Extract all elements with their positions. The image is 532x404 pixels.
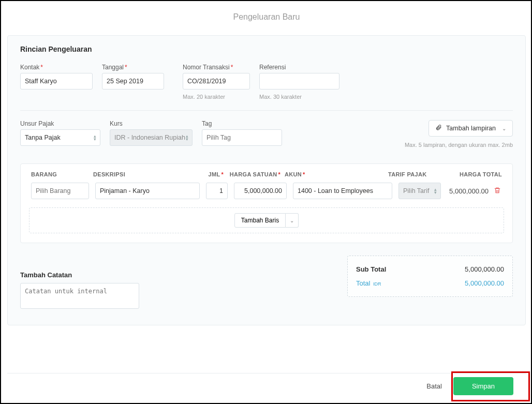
unsur-select[interactable] bbox=[20, 129, 100, 146]
total-label: Total IDR bbox=[356, 279, 381, 287]
add-row-button[interactable]: Tambah Baris bbox=[234, 213, 286, 228]
col-jml: JML* bbox=[200, 171, 226, 177]
field-tag: Tag bbox=[202, 120, 282, 146]
subtotal-value: 5,000,000.00 bbox=[465, 265, 504, 273]
add-row-area: Tambah Baris ⌄ bbox=[29, 207, 504, 233]
col-total: HARGA TOTAL bbox=[433, 171, 504, 177]
hint-nomor: Max. 20 karakter bbox=[183, 94, 250, 100]
tanggal-input[interactable] bbox=[102, 73, 164, 89]
col-tarif: TARIF PAJAK bbox=[386, 171, 433, 177]
chevron-down-icon: ⌄ bbox=[502, 126, 506, 131]
field-kontak: Kontak* bbox=[20, 64, 93, 89]
col-deskripsi: DESKRIPSI bbox=[91, 171, 200, 177]
label-tanggal: Tanggal* bbox=[102, 64, 164, 71]
kurs-select bbox=[110, 129, 193, 146]
jml-input[interactable] bbox=[206, 183, 228, 199]
label-nomor: Nomor Transaksi* bbox=[183, 64, 250, 71]
page-title: Pengeluaran Baru bbox=[7, 1, 526, 35]
deskripsi-input[interactable] bbox=[95, 183, 200, 199]
cancel-button[interactable]: Batal bbox=[426, 382, 442, 390]
required-marker: * bbox=[125, 64, 127, 71]
save-button[interactable]: Simpan bbox=[453, 377, 513, 395]
line-items-table: BARANG DESKRIPSI JML* HARGA SATUAN* AKUN… bbox=[20, 163, 513, 243]
field-kurs: Kurs ▴▾ bbox=[110, 120, 193, 146]
tag-input[interactable] bbox=[202, 129, 282, 146]
total-value: 5,000,000.00 bbox=[465, 279, 504, 287]
required-marker: * bbox=[231, 64, 233, 71]
add-row-dropdown-button[interactable]: ⌄ bbox=[286, 213, 299, 228]
trash-icon[interactable] bbox=[493, 187, 502, 196]
col-harga: HARGA SATUAN* bbox=[226, 171, 283, 177]
field-tanggal: Tanggal* bbox=[102, 64, 164, 89]
label-kontak: Kontak* bbox=[20, 64, 93, 71]
notes-title: Tambah Catatan bbox=[20, 271, 139, 279]
field-unsur: Unsur Pajak ▴▾ bbox=[20, 120, 100, 146]
totals-box: Sub Total 5,000,000.00 Total IDR 5,000,0… bbox=[347, 256, 513, 297]
table-row: ▴▾ 5,000,000.00 bbox=[29, 183, 504, 199]
referensi-input[interactable] bbox=[259, 73, 339, 89]
nomor-input[interactable] bbox=[183, 73, 250, 89]
hint-attachments: Max. 5 lampiran, dengan ukuran max. 2mb bbox=[405, 142, 513, 148]
required-marker: * bbox=[40, 64, 43, 71]
label-tag: Tag bbox=[202, 120, 282, 127]
kontak-input[interactable] bbox=[20, 73, 93, 89]
subtotal-label: Sub Total bbox=[356, 265, 386, 273]
field-nomor: Nomor Transaksi* Max. 20 karakter bbox=[183, 64, 250, 100]
hint-ref: Max. 30 karakter bbox=[259, 94, 339, 100]
section-title-rincian: Rincian Pengeluaran bbox=[20, 45, 513, 53]
attachment-button-label: Tambah lampiran bbox=[446, 125, 496, 132]
add-attachment-button[interactable]: Tambah lampiran ⌄ bbox=[428, 120, 513, 137]
footer-bar: Batal Simpan bbox=[7, 373, 526, 399]
label-referensi: Referensi bbox=[259, 64, 339, 71]
details-card: Rincian Pengeluaran Kontak* Tanggal* Nom… bbox=[7, 35, 526, 325]
paperclip-icon bbox=[435, 124, 442, 132]
col-akun: AKUN* bbox=[283, 171, 386, 177]
tarif-select bbox=[398, 183, 441, 199]
akun-input[interactable] bbox=[293, 183, 392, 199]
label-unsur: Unsur Pajak bbox=[20, 120, 100, 127]
barang-input[interactable] bbox=[31, 183, 89, 199]
label-kurs: Kurs bbox=[110, 120, 193, 127]
notes-textarea[interactable] bbox=[20, 283, 139, 309]
harga-input[interactable] bbox=[234, 183, 287, 199]
chevron-down-icon: ⌄ bbox=[290, 218, 294, 223]
field-referensi: Referensi Max. 30 karakter bbox=[259, 64, 339, 100]
row-total: 5,000,000.00 bbox=[449, 187, 489, 195]
col-barang: BARANG bbox=[29, 171, 91, 177]
